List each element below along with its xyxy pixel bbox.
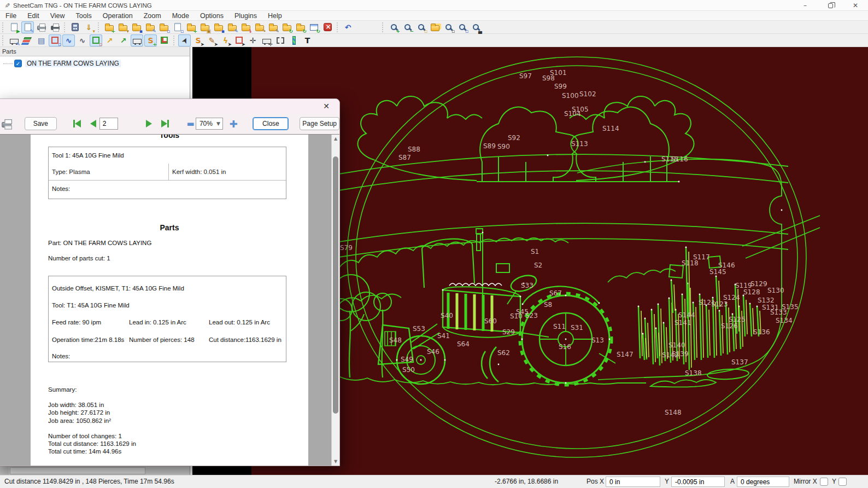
minimize-button[interactable]: – <box>793 0 818 11</box>
select-tool-button[interactable]: ➤ <box>178 34 191 47</box>
parts-tree-item[interactable]: ✓ ON THE FARM COWS LAYING <box>3 60 190 67</box>
save-part-button[interactable]: ▪ <box>130 21 143 33</box>
start-point-tool-button[interactable]: S➤ <box>192 34 204 47</box>
open-drawing-button[interactable]: ▶ <box>8 21 20 33</box>
edit-process-button[interactable]: ✎ <box>226 21 238 33</box>
move-part-tool-button[interactable]: ✛ <box>247 34 259 47</box>
zoom-parts-button[interactable] <box>429 21 441 33</box>
document-scroll-thumb[interactable] <box>333 156 338 414</box>
restore-button[interactable] <box>818 0 843 11</box>
zoom-out-icon[interactable]: ▬ <box>185 119 196 129</box>
job-options-button[interactable]: ✎ <box>21 21 34 33</box>
edit-contour-tool-button[interactable]: ✎➤ <box>206 34 218 47</box>
measure-tool-button[interactable] <box>288 34 300 47</box>
next-page-button[interactable] <box>143 117 155 130</box>
zoom-machine-button[interactable]: ▄ <box>470 21 482 33</box>
show-moves-toggle[interactable]: ↗ <box>117 34 130 47</box>
copy-process-button[interactable]: ▣ <box>198 21 211 33</box>
mirror-y-checkbox[interactable] <box>838 478 847 486</box>
mirror-x-checkbox[interactable] <box>820 478 828 486</box>
scroll-thumb[interactable] <box>10 467 145 474</box>
pos-x-field[interactable] <box>606 477 660 487</box>
menu-file[interactable]: File <box>0 11 22 20</box>
plot-button[interactable] <box>49 21 61 33</box>
duplicate-part-button[interactable]: ▫ <box>171 21 184 33</box>
show-toolpaths-toggle[interactable]: ∿ <box>62 34 75 47</box>
menu-tools[interactable]: Tools <box>71 11 97 20</box>
scroll-down-icon[interactable]: ▼ <box>332 459 339 464</box>
app-logo-icon: ✎ <box>3 2 11 8</box>
zoom-in-button[interactable]: + <box>388 21 400 33</box>
path-label: S60 <box>484 317 497 325</box>
print-icon[interactable] <box>2 122 11 127</box>
new-part-button[interactable]: + <box>103 21 115 33</box>
document-vertical-scrollbar[interactable]: ▲ ▼ <box>331 135 339 466</box>
restore-icon <box>828 3 833 8</box>
select-region-tool-button[interactable] <box>274 34 286 47</box>
zoom-drawing-button[interactable]: ▫ <box>456 21 468 33</box>
menu-plugins[interactable]: Plugins <box>229 11 262 20</box>
show-rapids-toggle[interactable]: ↗ <box>103 34 116 47</box>
menu-options[interactable]: Options <box>195 11 229 20</box>
zoom-level-select[interactable]: 70% ▼ <box>196 118 223 130</box>
quick-cut-tool-button[interactable]: ϟ➤ <box>219 34 232 47</box>
edit-part-button[interactable]: ✎ <box>144 21 156 33</box>
scroll-up-icon[interactable]: ▲ <box>332 136 339 141</box>
job-notes-button[interactable]: ▤ <box>35 34 48 47</box>
menu-zoom[interactable]: Zoom <box>138 11 167 20</box>
show-path-ends-toggle[interactable]: ∿ <box>76 34 89 47</box>
angle-field[interactable] <box>737 477 789 487</box>
menu-view[interactable]: View <box>45 11 71 20</box>
save-button[interactable]: Save <box>25 117 57 130</box>
previous-page-button[interactable] <box>87 117 99 130</box>
save-process-button[interactable]: ▪ <box>212 21 225 33</box>
sync-toolset-button[interactable]: ↻ <box>294 21 307 33</box>
show-start-points-toggle[interactable]: S+ <box>144 34 157 47</box>
last-page-button[interactable] <box>160 117 172 130</box>
menu-mode[interactable]: Mode <box>167 11 195 20</box>
page-number-input[interactable] <box>99 118 118 130</box>
tool-table-button[interactable]: ↻ <box>308 21 320 33</box>
import-drawing-button[interactable]: ✎ <box>8 34 20 47</box>
update-toolset-button[interactable]: ↻ <box>280 21 293 33</box>
page-setup-button[interactable]: Page Setup <box>300 117 339 130</box>
path-label: S139 <box>672 350 689 358</box>
parts-horizontal-scrollbar[interactable] <box>0 466 190 475</box>
menu-operation[interactable]: Operation <box>97 11 138 20</box>
zoom-out-button[interactable]: − <box>401 21 414 33</box>
show-directions-toggle[interactable] <box>158 34 171 47</box>
undo-button[interactable]: ↶ <box>342 21 354 33</box>
show-machine-toggle[interactable] <box>131 34 143 47</box>
show-cuts-toggle[interactable]: ▫ <box>49 34 61 47</box>
first-page-button[interactable] <box>71 117 83 130</box>
show-parts-toggle[interactable]: ▫ <box>90 34 102 47</box>
zoom-in-icon[interactable]: ✚ <box>228 118 239 130</box>
path-label: S134 <box>776 317 793 324</box>
zoom-window-button[interactable]: ▫ <box>442 21 455 33</box>
layers-button[interactable] <box>21 34 34 47</box>
menu-help[interactable]: Help <box>262 11 288 20</box>
print-button[interactable] <box>35 21 48 33</box>
edit-toolset-button[interactable]: ✎ <box>267 21 279 33</box>
close-button[interactable]: ✕ <box>843 0 868 11</box>
new-process-button[interactable]: + <box>185 21 197 33</box>
move-machine-tool-button[interactable]: ✛ <box>260 34 273 47</box>
copy-part-button[interactable]: ▫ <box>157 21 170 33</box>
open-part-button[interactable]: ▾ <box>116 21 129 33</box>
scroll-left-button[interactable] <box>0 467 9 475</box>
zoom-selected-button[interactable]: ▫ <box>415 21 427 33</box>
contour-tool-button[interactable]: ➤ <box>233 34 245 47</box>
text-tool-button[interactable]: T <box>301 34 314 47</box>
path-label: S118 <box>682 259 699 267</box>
pos-y-field[interactable] <box>671 477 725 487</box>
delete-button[interactable]: × <box>321 21 334 33</box>
dialog-close-icon[interactable]: ✕ <box>320 101 333 111</box>
part-checkbox[interactable]: ✓ <box>14 60 22 67</box>
menu-edit[interactable]: Edit <box>22 11 45 20</box>
post-process-button[interactable] <box>69 21 81 33</box>
run-post-button[interactable]: ⇓▾ <box>83 21 95 33</box>
path-label: S133 <box>770 309 787 316</box>
link-process-button[interactable]: ↷ <box>253 21 266 33</box>
import-process-button[interactable]: ↴ <box>239 21 252 33</box>
close-preview-button[interactable]: Close <box>253 117 289 130</box>
